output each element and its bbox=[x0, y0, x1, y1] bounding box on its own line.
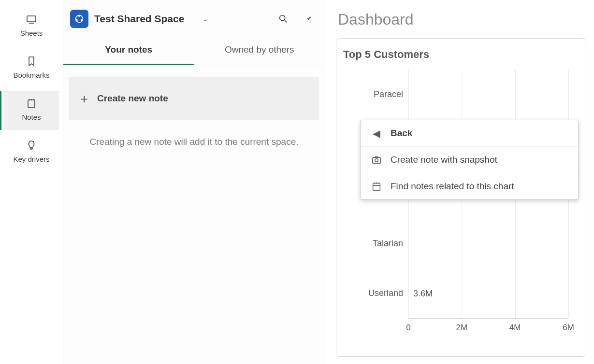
category-label: Paracel bbox=[345, 89, 403, 99]
x-tick: 6M bbox=[563, 323, 574, 333]
nav-item-notes[interactable]: Notes bbox=[4, 91, 59, 130]
pin-button[interactable] bbox=[302, 12, 315, 26]
nav-label: Sheets bbox=[20, 29, 43, 37]
space-icon bbox=[70, 10, 88, 28]
notes-panel: Test Shared Space ⌄ Your notes Owned by … bbox=[63, 0, 325, 364]
left-nav: Sheets Bookmarks Notes Key drivers bbox=[0, 0, 63, 364]
svg-point-5 bbox=[81, 19, 83, 21]
notes-tabs: Your notes Owned by others bbox=[63, 37, 325, 65]
category-label: Talarian bbox=[345, 238, 403, 249]
sheets-icon bbox=[26, 14, 37, 25]
nav-item-keydrivers[interactable]: Key drivers bbox=[4, 133, 59, 172]
menu-back[interactable]: ◀ Back bbox=[361, 120, 578, 147]
chart-context-menu: ◀ Back Create note with snapshot Find no… bbox=[360, 120, 579, 200]
tab-owned-by-others[interactable]: Owned by others bbox=[194, 37, 325, 65]
chart-title: Top 5 Customers bbox=[343, 48, 582, 61]
menu-item-label: Find notes related to this chart bbox=[391, 181, 514, 192]
panel-body: ＋ Create new note Creating a new note wi… bbox=[63, 65, 325, 159]
svg-point-8 bbox=[375, 159, 378, 162]
panel-header: Test Shared Space ⌄ bbox=[63, 0, 325, 37]
create-note-button[interactable]: ＋ Create new note bbox=[69, 77, 319, 120]
x-tick: 2M bbox=[456, 323, 468, 333]
space-dropdown-chevron[interactable]: ⌄ bbox=[203, 15, 208, 23]
space-title: Test Shared Space bbox=[94, 13, 184, 25]
camera-icon bbox=[371, 154, 382, 165]
tab-your-notes[interactable]: Your notes bbox=[63, 37, 194, 65]
create-note-label: Create new note bbox=[97, 93, 168, 104]
menu-find-notes[interactable]: Find notes related to this chart bbox=[361, 173, 578, 199]
svg-rect-1 bbox=[28, 100, 35, 108]
calendar-note-icon bbox=[371, 181, 382, 192]
search-icon bbox=[278, 14, 289, 24]
nav-label: Key drivers bbox=[13, 155, 49, 163]
notes-icon bbox=[26, 98, 37, 109]
lightbulb-icon bbox=[26, 140, 37, 151]
nav-label: Notes bbox=[22, 113, 41, 121]
svg-rect-0 bbox=[27, 16, 36, 22]
svg-rect-9 bbox=[373, 183, 380, 191]
svg-point-4 bbox=[76, 19, 77, 21]
x-tick: 4M bbox=[509, 323, 521, 333]
menu-create-snapshot[interactable]: Create note with snapshot bbox=[361, 147, 578, 173]
back-icon: ◀ bbox=[371, 128, 382, 139]
dashboard-title: Dashboard bbox=[338, 11, 585, 28]
panel-hint: Creating a new note will add it to the c… bbox=[69, 137, 319, 147]
bar-chart: 02M4M6M5.69M4.54M3.6MParacelDeaTalarianU… bbox=[345, 70, 582, 345]
category-label: Userland bbox=[345, 288, 403, 298]
menu-back-label: Back bbox=[391, 128, 412, 139]
pin-icon bbox=[303, 14, 314, 24]
value-label: 3.6M bbox=[413, 289, 433, 299]
search-button[interactable] bbox=[276, 12, 290, 26]
nav-item-bookmarks[interactable]: Bookmarks bbox=[4, 49, 59, 88]
svg-point-6 bbox=[280, 15, 285, 21]
bookmark-icon bbox=[26, 56, 37, 67]
nav-item-sheets[interactable]: Sheets bbox=[4, 7, 59, 46]
nav-label: Bookmarks bbox=[13, 71, 49, 79]
svg-point-3 bbox=[79, 15, 80, 16]
menu-item-label: Create note with snapshot bbox=[391, 154, 497, 165]
x-tick: 0 bbox=[406, 323, 410, 333]
